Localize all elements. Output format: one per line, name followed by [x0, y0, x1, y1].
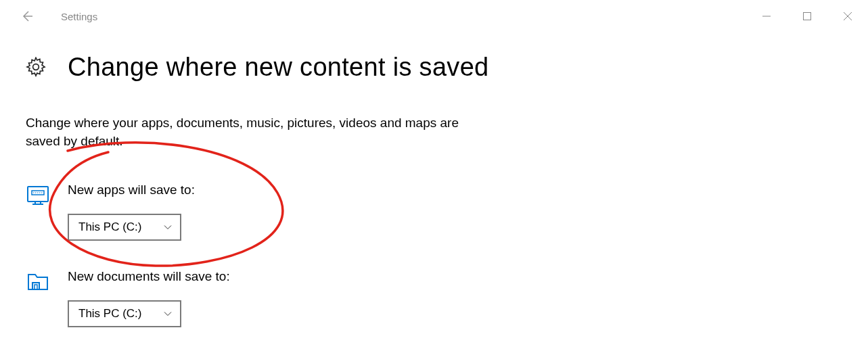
- documents-icon: [26, 269, 50, 293]
- page-title: Change where new content is saved: [68, 53, 489, 82]
- minimize-button[interactable]: [746, 0, 787, 32]
- maximize-icon: [802, 11, 812, 21]
- close-button[interactable]: [827, 0, 868, 32]
- page-header: Change where new content is saved: [26, 53, 842, 82]
- minimize-icon: [762, 11, 771, 21]
- apps-label: New apps will save to:: [68, 183, 195, 197]
- page-description: Change where your apps, documents, music…: [26, 114, 459, 150]
- titlebar: Settings: [0, 0, 868, 32]
- svg-rect-1: [28, 187, 48, 202]
- svg-rect-7: [32, 283, 39, 289]
- back-button[interactable]: [20, 9, 34, 23]
- maximize-button[interactable]: [787, 0, 827, 32]
- apps-dropdown-value: This PC (C:): [78, 220, 142, 234]
- back-arrow-icon: [20, 9, 34, 23]
- setting-apps: New apps will save to: This PC (C:): [26, 183, 842, 241]
- documents-label: New documents will save to:: [68, 269, 230, 284]
- svg-rect-8: [35, 285, 37, 289]
- gear-icon: [26, 57, 47, 78]
- chevron-down-icon: [164, 223, 172, 231]
- documents-dropdown-value: This PC (C:): [78, 307, 142, 321]
- window-title: Settings: [61, 11, 97, 22]
- close-icon: [843, 11, 852, 21]
- apps-dropdown[interactable]: This PC (C:): [68, 214, 181, 241]
- svg-rect-0: [804, 13, 811, 20]
- chevron-down-icon: [164, 310, 172, 318]
- apps-icon: [26, 183, 50, 207]
- window-controls: [746, 0, 868, 32]
- documents-dropdown[interactable]: This PC (C:): [68, 300, 181, 327]
- setting-documents: New documents will save to: This PC (C:): [26, 269, 842, 327]
